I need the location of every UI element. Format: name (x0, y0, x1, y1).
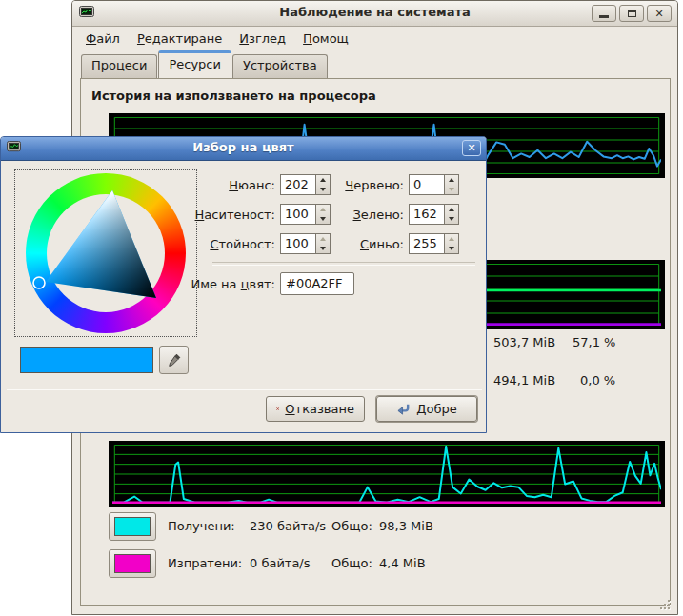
received-total-label: Общо: (331, 519, 372, 533)
tab-processes[interactable]: Процеси (81, 54, 157, 78)
received-label: Получени: (168, 519, 235, 533)
dialog-close-icon: ✕ (467, 142, 475, 154)
blue-down-icon[interactable] (445, 244, 458, 253)
close-icon: ✕ (654, 8, 663, 20)
red-down-icon[interactable] (445, 185, 458, 194)
sent-rate: 0 байта/s (250, 556, 311, 570)
received-color-swatch (114, 517, 151, 536)
dialog-titlebar[interactable]: Избор на цвят ✕ (1, 137, 486, 161)
color-picker-dialog: Избор на цвят ✕ Нюанс: 202 Наситеност: (0, 136, 487, 433)
cancel-button-label: Отказване (285, 402, 354, 416)
tab-resources[interactable]: Ресурси (158, 50, 231, 78)
received-rate: 230 байта/s (250, 519, 326, 533)
hsv-triangle[interactable] (15, 170, 196, 336)
red-spinbox[interactable]: 0 (409, 174, 459, 195)
dialog-close-button[interactable]: ✕ (462, 140, 481, 156)
eyedropper-button[interactable] (159, 346, 189, 374)
color-preview-swatch (20, 347, 153, 373)
blue-up-icon[interactable] (445, 234, 458, 244)
color-name-input[interactable]: #00A2FF (280, 272, 354, 295)
cpu-history-heading: История на използването на процесора (91, 89, 376, 103)
minimize-icon (599, 15, 609, 18)
sent-color-button[interactable] (109, 549, 156, 578)
main-titlebar[interactable]: Наблюдение на системата ✕ (72, 1, 677, 27)
maximize-button[interactable] (619, 5, 644, 22)
memory-used-percent: 57,1 % (573, 335, 615, 349)
red-label: Червено: (299, 178, 404, 192)
menu-file[interactable]: Файл (77, 30, 129, 48)
received-total: 98,3 MiB (379, 519, 433, 533)
eyedropper-icon (167, 352, 182, 368)
window-title: Наблюдение на системата (72, 5, 677, 19)
green-up-icon[interactable] (445, 205, 458, 214)
green-spinbox[interactable]: 162 (409, 204, 459, 225)
sent-total: 4,4 MiB (379, 556, 426, 570)
tab-devices[interactable]: Устройства (232, 54, 328, 78)
menubar: Файл Редактиране Изглед Помощ (72, 27, 677, 50)
close-button[interactable]: ✕ (647, 5, 672, 22)
cancel-x-icon (276, 403, 279, 415)
green-label: Зелено: (299, 208, 404, 222)
ok-enter-icon (396, 403, 411, 416)
resize-grip[interactable] (656, 596, 670, 609)
memory-used-value: 503,7 MiB (493, 335, 555, 349)
menu-edit[interactable]: Редактиране (129, 30, 231, 48)
color-wheel[interactable] (14, 169, 197, 337)
color-name-label: Име на цвят: (171, 277, 275, 291)
received-color-button[interactable] (109, 512, 156, 541)
menu-view[interactable]: Изглед (231, 30, 294, 48)
cancel-button[interactable]: Отказване (266, 396, 365, 422)
sent-total-label: Общо: (331, 556, 372, 570)
ok-button[interactable]: Добре (376, 396, 477, 422)
maximize-icon (628, 10, 636, 17)
blue-spinbox[interactable]: 255 (409, 233, 459, 254)
sent-label: Изпратени: (168, 556, 242, 570)
red-up-icon[interactable] (445, 175, 458, 185)
hue-label: Нюанс: (171, 178, 275, 192)
network-history-chart (109, 441, 665, 507)
sent-color-swatch (114, 554, 151, 573)
action-separator (7, 387, 482, 390)
hue-selector[interactable] (33, 277, 45, 288)
fields-separator (212, 262, 475, 266)
swap-used-percent: 0,0 % (580, 373, 615, 387)
dialog-title: Избор на цвят (1, 140, 486, 154)
minimize-button[interactable] (592, 5, 616, 22)
tab-bar: Процеси Ресурси Устройства (81, 50, 329, 78)
swap-used-value: 494,1 MiB (493, 373, 555, 387)
ok-button-label: Добре (416, 402, 456, 416)
value-label: Стойност: (171, 237, 275, 251)
menu-help[interactable]: Помощ (294, 30, 357, 48)
blue-label: Синьо: (299, 237, 404, 251)
green-down-icon[interactable] (445, 214, 458, 224)
saturation-label: Наситеност: (171, 208, 275, 222)
